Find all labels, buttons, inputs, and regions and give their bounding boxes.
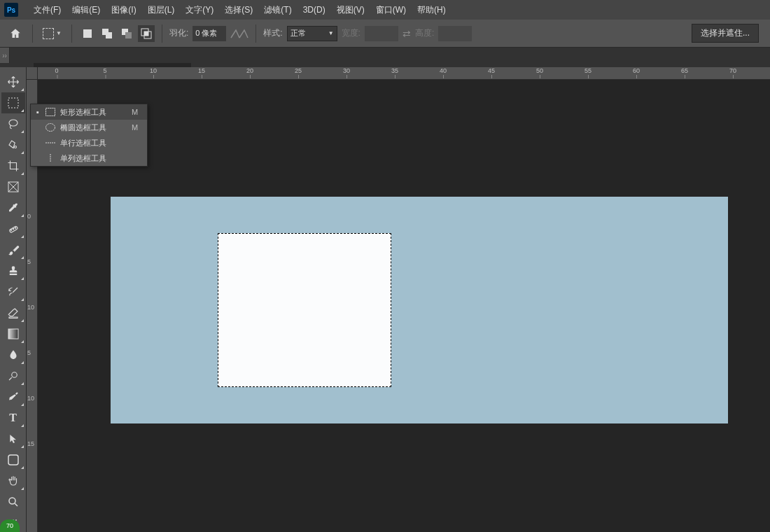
menu-image[interactable]: 图像(I): [106, 4, 141, 16]
menu-filter[interactable]: 滤镜(T): [258, 4, 297, 16]
blur-tool[interactable]: [1, 344, 25, 365]
svg-rect-18: [8, 329, 18, 339]
toolbar: T ⋯: [0, 67, 27, 532]
shape-tool[interactable]: [1, 449, 25, 470]
menu-select[interactable]: 选择(S): [219, 4, 258, 16]
svg-point-9: [9, 120, 18, 126]
col-marquee-icon: [45, 154, 56, 162]
mode-intersect[interactable]: [138, 25, 155, 42]
svg-point-23: [46, 124, 55, 132]
flyout-rectangular-marquee[interactable]: ▪ 矩形选框工具 M: [31, 104, 147, 120]
status-badge: 70: [0, 519, 20, 532]
divider: [71, 24, 72, 43]
style-label: 样式:: [263, 27, 282, 39]
ruler-corner: [27, 67, 38, 80]
feather-label: 羽化:: [169, 27, 188, 39]
zoom-tool[interactable]: [1, 491, 25, 512]
mode-new[interactable]: [79, 25, 96, 42]
row-marquee-icon: [45, 139, 56, 147]
swap-icon: ⇄: [402, 28, 411, 39]
antialias-icon[interactable]: [230, 28, 248, 39]
svg-rect-7: [144, 31, 148, 36]
height-input: [438, 26, 472, 41]
quick-select-tool[interactable]: [1, 134, 25, 155]
heal-tool[interactable]: [1, 218, 25, 239]
gradient-tool[interactable]: [1, 323, 25, 344]
menubar: Ps 文件(F) 编辑(E) 图像(I) 图层(L) 文字(Y) 选择(S) 滤…: [0, 0, 770, 20]
path-select-tool[interactable]: [1, 428, 25, 449]
mode-add[interactable]: [99, 25, 115, 42]
home-icon: [9, 27, 22, 40]
svg-point-15: [10, 230, 12, 231]
type-tool[interactable]: T: [1, 407, 25, 428]
svg-rect-4: [125, 32, 132, 38]
svg-point-16: [13, 228, 14, 230]
marquee-selection[interactable]: [218, 233, 391, 387]
style-select[interactable]: 正常▼: [287, 26, 337, 41]
crop-tool[interactable]: [1, 155, 25, 176]
selection-mode-group: [79, 25, 155, 42]
menu-file[interactable]: 文件(F): [28, 4, 66, 16]
width-label: 宽度:: [342, 27, 360, 39]
move-tool[interactable]: [1, 71, 25, 92]
ellipse-marquee-icon: [45, 123, 56, 132]
menu-3d[interactable]: 3D(D): [298, 5, 331, 15]
home-button[interactable]: [6, 24, 25, 43]
history-brush-tool[interactable]: [1, 281, 25, 302]
eyedropper-tool[interactable]: [1, 197, 25, 218]
flyout-elliptical-marquee[interactable]: 椭圆选框工具 M: [31, 120, 147, 135]
chevron-down-icon: ▼: [328, 30, 334, 36]
flyout-single-col-marquee[interactable]: 单列选框工具: [31, 150, 147, 166]
svg-rect-20: [8, 455, 18, 465]
svg-point-17: [15, 227, 16, 229]
flyout-single-row-marquee[interactable]: 单行选框工具: [31, 135, 147, 150]
svg-point-10: [14, 146, 16, 148]
brush-tool[interactable]: [1, 239, 25, 260]
options-bar: ▼ 羽化: 样式: 正常▼ 宽度: ⇄ 高度: 选择并遮住...: [0, 20, 770, 48]
ps-logo: Ps: [4, 3, 18, 17]
menu-window[interactable]: 窗口(W): [370, 4, 412, 16]
height-label: 高度:: [415, 27, 434, 39]
divider: [162, 24, 162, 43]
divider: [32, 24, 33, 43]
select-and-mask-button[interactable]: 选择并遮住...: [692, 24, 759, 43]
mode-subtract[interactable]: [118, 25, 135, 42]
frame-tool[interactable]: [1, 176, 25, 197]
current-tool-indicator[interactable]: ▼: [40, 27, 64, 41]
dodge-tool[interactable]: [1, 365, 25, 386]
marquee-tool[interactable]: [1, 92, 25, 113]
svg-rect-22: [46, 108, 55, 116]
divider: [255, 24, 256, 43]
hand-tool[interactable]: [1, 470, 25, 491]
eraser-tool[interactable]: [1, 302, 25, 323]
bullet-icon: ▪: [35, 108, 41, 116]
svg-rect-8: [8, 98, 18, 108]
menu-layer[interactable]: 图层(L): [142, 4, 181, 16]
rect-marquee-icon: [45, 108, 56, 116]
stamp-tool[interactable]: [1, 260, 25, 281]
svg-point-19: [11, 372, 17, 378]
menu-view[interactable]: 视图(V): [331, 4, 370, 16]
width-input: [365, 26, 398, 41]
panel-flyout-hint[interactable]: ››: [0, 48, 10, 63]
feather-input[interactable]: [192, 26, 226, 41]
svg-rect-2: [106, 32, 112, 38]
canvas-image: [111, 197, 728, 424]
lasso-tool[interactable]: [1, 113, 25, 134]
chevron-down-icon: ▼: [56, 30, 62, 36]
ruler-horizontal: 0 5 10 15 20 25 30 35 40 45 50 55 60 65 …: [38, 67, 770, 80]
menu-type[interactable]: 文字(Y): [180, 4, 219, 16]
marquee-flyout-menu: ▪ 矩形选框工具 M 椭圆选框工具 M 单行选框工具 单列选框工具: [30, 104, 148, 167]
pen-tool[interactable]: [1, 386, 25, 407]
marquee-rect-icon: [43, 28, 54, 39]
menu-help[interactable]: 帮助(H): [412, 4, 451, 16]
svg-rect-0: [83, 29, 92, 38]
menu-edit[interactable]: 编辑(E): [66, 4, 106, 16]
svg-point-21: [9, 498, 15, 504]
